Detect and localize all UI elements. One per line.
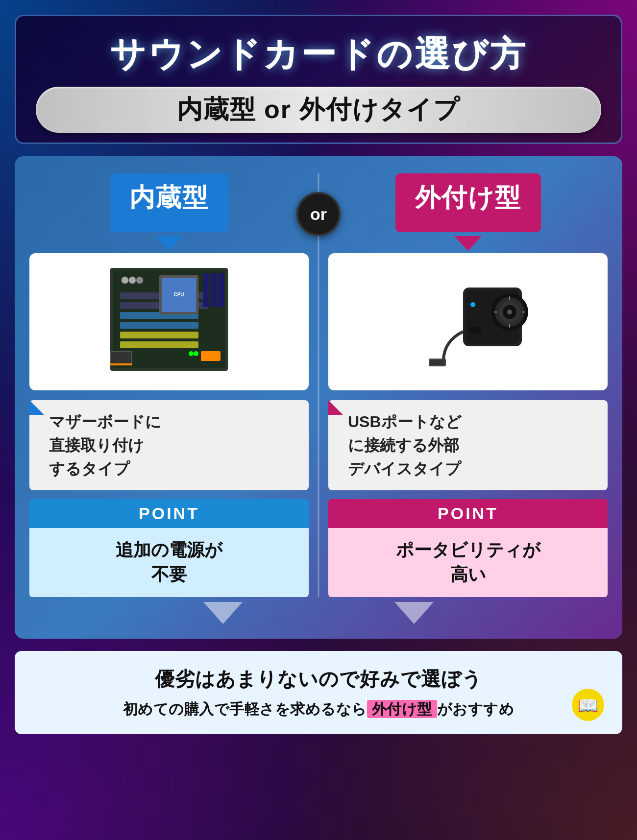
svg-rect-7 [120,341,198,348]
left-down-arrow [203,602,243,624]
left-column: 内蔵型 [29,173,318,597]
svg-rect-19 [201,351,220,361]
svg-point-21 [189,351,194,356]
svg-rect-5 [120,322,198,329]
footer-main-text: 優劣はあまりないので好みで選ぼう [39,666,598,693]
left-image-box: CPU [29,253,309,390]
footer-sub-after: がおすすめ [437,701,514,717]
right-col-title: 外付け型 [415,178,521,215]
main-title: サウンドカードの選び方 [36,31,601,78]
right-column: 外付け型 [318,173,608,597]
motherboard-illustration: CPU [105,263,233,381]
svg-rect-13 [218,273,224,307]
svg-rect-18 [111,352,131,364]
bottom-arrows [29,602,608,624]
svg-text:CPU: CPU [173,292,184,297]
footer-sub-before: 初めての購入で手軽さを求めるなら [123,701,367,717]
left-point-content: 追加の電源が不要 [29,528,309,597]
right-image-box [328,253,608,390]
svg-point-14 [122,277,128,284]
svg-point-15 [129,277,136,284]
left-desc-box: マザーボードに直接取り付けするタイプ [29,400,309,490]
svg-point-22 [194,351,198,356]
or-badge: or [296,192,341,236]
svg-point-36 [470,302,475,307]
svg-point-16 [136,277,143,284]
footer-box: 優劣はあまりないので好みで選ぼう 初めての購入で手軽さを求めるなら外付け型がおす… [15,651,622,734]
left-point-box: POINT 追加の電源が不要 [29,499,309,597]
svg-rect-20 [110,363,132,365]
logo-icon: 📖 [571,688,605,722]
right-desc-box: USBポートなどに接続する外部デバイスタイプ [328,400,608,490]
right-point-box: POINT ポータビリティが高い [328,499,608,597]
main-container: サウンドカードの選び方 内蔵型 or 外付けタイプ or 内蔵型 [0,0,637,840]
logo-badge: 📖 [571,688,605,722]
usb-device-illustration [404,263,532,381]
left-point-text: 追加の電源が不要 [39,538,299,587]
content-area: or 内蔵型 [15,156,622,639]
right-callout-arrow [454,236,482,251]
svg-rect-24 [430,360,444,365]
left-col-title: 内蔵型 [129,178,209,215]
divider [318,173,319,597]
footer-sub-text: 初めての購入で手軽さを求めるなら外付け型がおすすめ [39,699,598,720]
svg-point-31 [507,310,512,314]
left-point-header: POINT [29,499,309,528]
svg-rect-37 [469,327,481,334]
right-col-header-bg: 外付け型 [395,173,541,232]
header-box: サウンドカードの選び方 内蔵型 or 外付けタイプ [15,15,622,144]
svg-text:📖: 📖 [578,696,599,716]
left-col-header-bg: 内蔵型 [110,173,228,232]
svg-rect-12 [211,273,217,307]
svg-rect-6 [120,332,198,338]
right-desc-text: USBポートなどに接続する外部デバイスタイプ [341,410,595,480]
right-triangle [328,400,343,415]
right-point-content: ポータビリティが高い [328,528,608,597]
svg-rect-11 [203,273,209,307]
left-callout-arrow [155,236,183,251]
columns-wrapper: or 内蔵型 [29,173,608,597]
footer-highlight: 外付け型 [367,700,437,718]
right-down-arrow [394,602,434,624]
right-point-header: POINT [328,499,608,528]
right-point-text: ポータビリティが高い [338,538,598,587]
left-triangle [29,400,44,415]
left-desc-text: マザーボードに直接取り付けするタイプ [42,410,296,480]
subtitle-pill: 内蔵型 or 外付けタイプ [36,87,601,133]
